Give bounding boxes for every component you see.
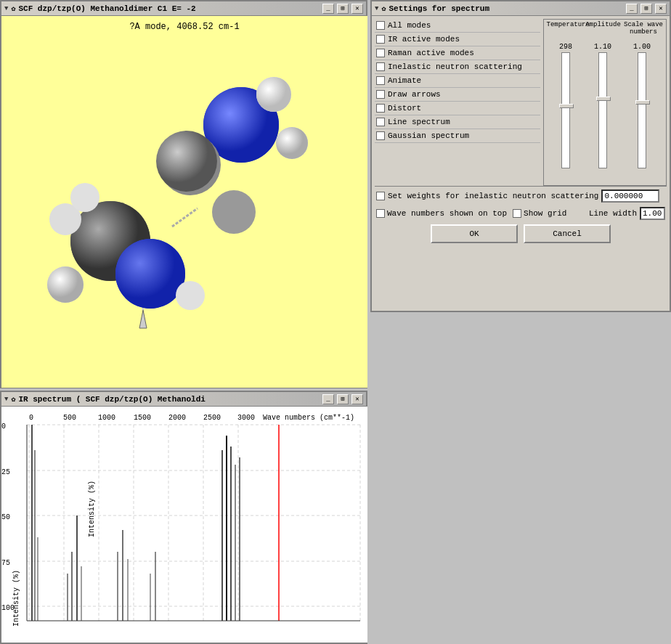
option-label-4: Animate: [388, 76, 421, 85]
bottom-controls: Set weights for inelastic neutron scatte…: [375, 186, 667, 246]
scale-value: 1.00: [633, 43, 651, 51]
settings-restore-btn[interactable]: ⊞: [640, 4, 652, 14]
temperature-slider[interactable]: [561, 52, 570, 168]
mol-titlebar: ▼ ✿ SCF dzp/tzp(O) Methanoldimer C1 E= -…: [1, 1, 366, 16]
scale-thumb[interactable]: [635, 100, 650, 105]
option-row-3[interactable]: Inelastic neutron scattering: [375, 60, 540, 74]
amplitude-thumb[interactable]: [596, 97, 611, 101]
option-checkbox-2[interactable]: [376, 49, 385, 57]
spectrum-close-btn[interactable]: ✕: [351, 394, 363, 404]
temperature-thumb[interactable]: [559, 104, 574, 108]
options-row2: Wave numbers shown on top Show grid Line…: [376, 207, 665, 220]
svg-line-20: [172, 208, 198, 227]
spectrum-titlebar: ▼ ✿ IR spectrum ( SCF dzp/tzp(O) Methano…: [1, 392, 366, 407]
settings-body: All modesIR active modesRaman active mod…: [372, 16, 670, 249]
svg-point-18: [176, 281, 205, 310]
option-row-7[interactable]: Line spectrum: [375, 115, 540, 129]
mol-restore-btn[interactable]: ⊞: [337, 4, 349, 14]
spectrum-title: IR spectrum ( SCF dzp/tzp(O) Methanoldi: [18, 395, 320, 404]
spectrum-gear-icon[interactable]: ✿: [11, 395, 15, 404]
option-row-1[interactable]: IR active modes: [375, 33, 540, 46]
spectrum-window: ▼ ✿ IR spectrum ( SCF dzp/tzp(O) Methano…: [0, 391, 367, 644]
slider-headers: Temperature Amplitude Scale wave numbers: [545, 21, 664, 36]
molecule-canvas: ?A mode, 4068.52 cm-1: [1, 16, 367, 388]
svg-point-5: [156, 131, 217, 192]
amplitude-slider-wrapper: 1.10: [594, 43, 611, 181]
option-checkbox-4[interactable]: [376, 76, 385, 85]
svg-text:75: 75: [1, 559, 10, 567]
option-checkbox-7[interactable]: [376, 118, 385, 126]
spectrum-svg: 0 500 1000 1500 2000 2500 3000 Wave numb…: [1, 407, 367, 643]
settings-window: ▼ ✿ Settings for spectrum _ ⊞ ✕ All mode…: [370, 0, 671, 312]
option-row-8[interactable]: Gaussian spectrum: [375, 129, 540, 143]
svg-point-15: [47, 266, 84, 303]
settings-gear-icon[interactable]: ✿: [381, 4, 386, 13]
temperature-slider-wrapper: 298: [559, 43, 572, 181]
option-row-5[interactable]: Draw arrows: [375, 88, 540, 102]
svg-point-19: [212, 190, 256, 234]
sliders-container: 298 1.10 1.00: [545, 38, 664, 184]
svg-text:Intensity (%): Intensity (%): [88, 481, 96, 537]
showgrid-checkbox[interactable]: [513, 209, 521, 218]
option-row-0[interactable]: All modes: [375, 19, 540, 33]
svg-text:1000: 1000: [98, 414, 115, 422]
svg-text:0: 0: [1, 423, 6, 431]
spectrum-minimize-btn[interactable]: _: [322, 394, 334, 404]
svg-point-7: [256, 77, 291, 112]
settings-minimize-btn[interactable]: _: [626, 4, 638, 14]
wavenumbers-label: Wave numbers shown on top: [387, 209, 507, 218]
mol-gear-icon[interactable]: ✿: [11, 4, 15, 13]
ok-button[interactable]: OK: [431, 224, 518, 243]
spectrum-canvas: 0 500 1000 1500 2000 2500 3000 Wave numb…: [1, 407, 367, 643]
inelastic-checkbox[interactable]: [376, 192, 385, 200]
option-checkbox-8[interactable]: [376, 131, 385, 140]
temperature-value: 298: [559, 43, 572, 51]
amplitude-slider[interactable]: [598, 52, 607, 168]
option-checkbox-3[interactable]: [376, 62, 385, 71]
option-row-6[interactable]: Distort: [375, 102, 540, 115]
mol-minimize-btn[interactable]: _: [322, 4, 334, 14]
scale-header: Scale wave numbers: [624, 21, 664, 36]
sliders-area: Temperature Amplitude Scale wave numbers…: [543, 19, 667, 186]
svg-point-13: [115, 239, 185, 309]
option-checkbox-6[interactable]: [376, 104, 385, 113]
inelastic-input[interactable]: [601, 189, 659, 203]
mol-collapse-icon[interactable]: ▼: [4, 5, 8, 12]
option-label-7: Line spectrum: [388, 118, 450, 126]
option-label-0: All modes: [388, 21, 431, 30]
settings-title: Settings for spectrum: [389, 4, 623, 13]
option-row-4[interactable]: Animate: [375, 74, 540, 88]
option-row-2[interactable]: Raman active modes: [375, 46, 540, 60]
option-label-1: IR active modes: [388, 35, 460, 44]
line-width-area: Line width: [589, 207, 665, 220]
option-label-8: Gaussian spectrum: [388, 131, 469, 140]
wavenumbers-checkbox[interactable]: [376, 209, 385, 218]
spectrum-restore-btn[interactable]: ⊞: [337, 394, 349, 404]
amplitude-value: 1.10: [594, 43, 611, 51]
settings-collapse-icon[interactable]: ▼: [375, 5, 378, 12]
option-label-3: Inelastic neutron scattering: [388, 62, 522, 71]
showgrid-label: Show grid: [524, 209, 566, 218]
line-width-input[interactable]: [640, 207, 665, 220]
svg-marker-0: [139, 310, 147, 328]
inelastic-row: Set weights for inelastic neutron scatte…: [376, 189, 665, 203]
settings-options: All modesIR active modesRaman active mod…: [375, 19, 543, 186]
showgrid-pair: Show grid: [513, 209, 566, 218]
option-checkbox-5[interactable]: [376, 90, 385, 99]
option-checkbox-0[interactable]: [376, 21, 385, 30]
settings-titlebar: ▼ ✿ Settings for spectrum _ ⊞ ✕: [372, 1, 670, 16]
svg-text:2000: 2000: [168, 414, 186, 422]
svg-text:500: 500: [63, 414, 76, 422]
mol-close-btn[interactable]: ✕: [351, 4, 363, 14]
option-checkbox-1[interactable]: [376, 35, 385, 44]
buttons-row: OK Cancel: [376, 224, 665, 243]
svg-text:50: 50: [1, 513, 10, 521]
svg-text:25: 25: [1, 468, 10, 476]
cancel-button[interactable]: Cancel: [524, 224, 611, 243]
svg-text:Wave numbers (cm**-1): Wave numbers (cm**-1): [263, 414, 354, 422]
spectrum-collapse-icon[interactable]: ▼: [4, 396, 8, 403]
temp-header: Temperature: [547, 21, 583, 36]
option-label-2: Raman active modes: [388, 49, 474, 57]
scale-slider[interactable]: [638, 52, 646, 168]
settings-close-btn[interactable]: ✕: [655, 4, 667, 14]
